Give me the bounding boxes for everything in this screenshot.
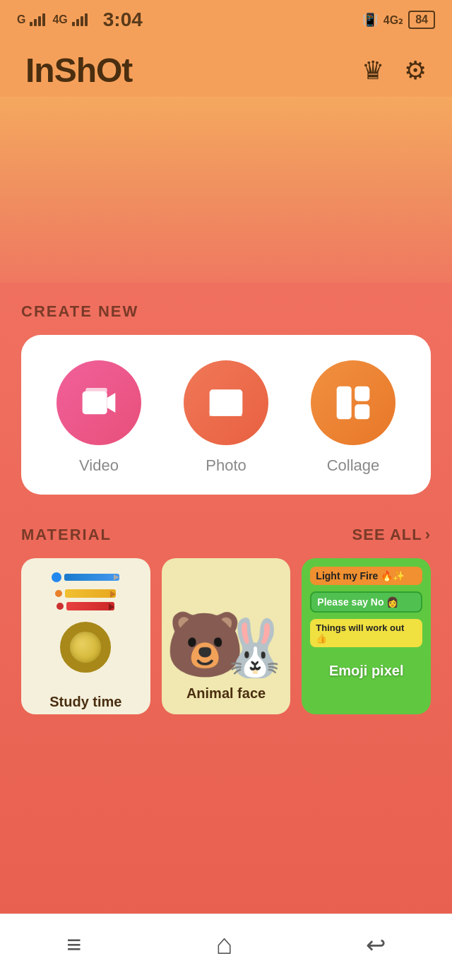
animal-face-card[interactable]: 🐻 🐰 Animal face — [162, 558, 291, 714]
photo-label: Photo — [206, 456, 246, 475]
photo-circle — [184, 360, 268, 445]
svg-rect-1 — [85, 388, 107, 393]
menu-icon[interactable]: ≡ — [66, 930, 83, 960]
video-circle — [56, 360, 141, 445]
video-icon — [79, 383, 119, 423]
back-icon[interactable]: ↩ — [366, 931, 386, 959]
material-cards: Study time 🐻 🐰 Animal face Light my Fire… — [21, 558, 431, 714]
svg-rect-4 — [337, 386, 352, 419]
collage-label: Collage — [327, 456, 380, 475]
app-logo: InShOt — [25, 51, 132, 90]
vibrate-icon: 📳 — [362, 12, 378, 28]
create-photo-item[interactable]: Photo — [184, 360, 268, 475]
emoji-tag-1: Light my Fire 🔥✨ — [310, 567, 422, 585]
rabbit-emoji: 🐰 — [220, 615, 290, 678]
material-header: MATERIAL SEE ALL › — [21, 526, 431, 544]
animal-image: 🐻 🐰 — [162, 558, 291, 678]
emoji-image: Light my Fire 🔥✨ Please say No 👩 Things … — [302, 558, 431, 656]
create-new-card: Video Photo — [21, 335, 431, 495]
svg-point-3 — [216, 394, 225, 403]
signal-bars-1 — [30, 13, 45, 26]
photo-icon — [206, 383, 246, 423]
svg-rect-5 — [355, 386, 369, 401]
create-new-label: CREATE NEW — [21, 302, 431, 321]
header-icons: ♛ ⚙ — [362, 56, 427, 85]
svg-rect-0 — [83, 391, 107, 414]
home-icon[interactable]: ⌂ — [215, 928, 232, 960]
material-section: MATERIAL SEE ALL › — [0, 509, 452, 728]
material-label: MATERIAL — [21, 526, 112, 544]
network-4g2: 4G₂ — [383, 13, 403, 27]
main-content: CREATE NEW Video — [0, 283, 452, 914]
settings-icon[interactable]: ⚙ — [404, 56, 427, 85]
network-4g: 4G — [52, 13, 67, 26]
status-right: 📳 4G₂ 84 — [362, 11, 435, 29]
study-card-name: Study time — [49, 687, 121, 714]
create-collage-item[interactable]: Collage — [311, 360, 396, 475]
see-all-button[interactable]: SEE ALL › — [352, 526, 431, 544]
status-bar: G 4G 3:04 📳 4G₂ 84 — [0, 0, 452, 37]
emoji-pixel-card[interactable]: Light my Fire 🔥✨ Please say No 👩 Things … — [302, 558, 431, 714]
crown-icon[interactable]: ♛ — [362, 56, 384, 85]
create-video-item[interactable]: Video — [56, 360, 141, 475]
emoji-card-name: Emoji pixel — [329, 656, 404, 683]
collage-circle — [311, 360, 396, 445]
emoji-tag-2: Please say No 👩 — [310, 591, 422, 613]
create-new-section: CREATE NEW Video — [0, 283, 452, 509]
svg-rect-6 — [355, 404, 369, 419]
hero-area — [0, 97, 452, 283]
signal-g: G — [17, 13, 25, 26]
battery-indicator: 84 — [408, 11, 435, 29]
time-display: 3:04 — [103, 8, 143, 31]
chevron-right-icon: › — [425, 526, 431, 544]
status-left: G 4G 3:04 — [17, 8, 143, 31]
emoji-tag-3: Things will work out 👍 — [310, 619, 422, 647]
study-image — [21, 558, 150, 687]
collage-icon — [333, 383, 373, 423]
animal-card-name: Animal face — [186, 678, 266, 706]
study-time-card[interactable]: Study time — [21, 558, 150, 714]
bottom-nav: ≡ ⌂ ↩ — [0, 914, 452, 980]
signal-bars-2 — [72, 13, 88, 26]
app-header: InShOt ♛ ⚙ — [0, 37, 452, 97]
video-label: Video — [79, 456, 119, 475]
